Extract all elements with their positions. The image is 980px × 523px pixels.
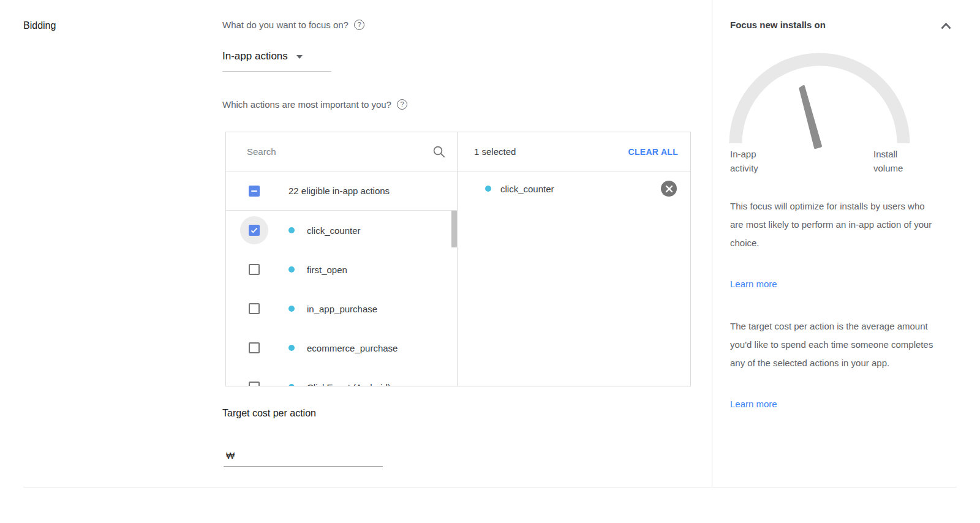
currency-symbol-won: ₩ bbox=[226, 450, 235, 461]
side-panel-title: Focus new installs on bbox=[730, 20, 826, 30]
search-icon bbox=[432, 145, 446, 159]
search-row bbox=[226, 132, 457, 171]
section-bottom-divider bbox=[23, 487, 957, 487]
side-panel-paragraph-2: The target cost per action is the averag… bbox=[730, 317, 936, 372]
focus-question-label: What do you want to focus on? bbox=[222, 20, 349, 30]
list-item[interactable]: in_app_purchase bbox=[226, 289, 457, 328]
list-item-label: first_open bbox=[307, 265, 347, 275]
help-icon[interactable]: ? bbox=[354, 20, 364, 30]
list-item[interactable]: ecommerce_purchase bbox=[226, 328, 457, 367]
action-dot-icon bbox=[288, 227, 295, 233]
checkbox-unchecked[interactable] bbox=[249, 264, 260, 275]
learn-more-link-1[interactable]: Learn more bbox=[730, 279, 777, 289]
list-item-label: in_app_purchase bbox=[307, 304, 377, 314]
chevron-down-icon bbox=[296, 55, 303, 59]
actions-question-label: Which actions are most important to you? bbox=[222, 99, 391, 110]
gauge-arc bbox=[736, 59, 903, 143]
select-all-checkbox-indeterminate[interactable] bbox=[249, 186, 260, 197]
collapse-panel-button[interactable] bbox=[938, 21, 953, 33]
gauge-labels-row: In-app activity Install volume bbox=[730, 147, 909, 175]
chevron-up-icon bbox=[940, 22, 952, 30]
target-cost-label: Target cost per action bbox=[222, 408, 316, 419]
focus-question-row: What do you want to focus on? ? bbox=[222, 20, 364, 30]
selected-item-label: click_counter bbox=[500, 184, 554, 194]
list-item-label: ecommerce_purchase bbox=[307, 343, 398, 353]
section-title-bidding: Bidding bbox=[23, 20, 56, 31]
gauge-right-label: Install volume bbox=[873, 147, 909, 175]
vertical-divider bbox=[712, 0, 712, 487]
focus-gauge bbox=[729, 47, 910, 153]
checkbox-unchecked[interactable] bbox=[249, 342, 260, 353]
gauge-left-label: In-app activity bbox=[730, 147, 773, 175]
actions-question-row: Which actions are most important to you?… bbox=[222, 99, 407, 110]
side-panel-paragraph-1: This focus will optimize for installs by… bbox=[730, 197, 936, 252]
action-dot-icon bbox=[288, 384, 295, 386]
help-icon[interactable]: ? bbox=[397, 99, 407, 110]
action-picker-panel: 22 eligible in-app actions click_counter… bbox=[225, 132, 691, 386]
clear-all-button[interactable]: CLEAR ALL bbox=[628, 147, 678, 157]
checkbox-checked[interactable] bbox=[249, 225, 260, 236]
checkbox-unchecked[interactable] bbox=[249, 303, 260, 314]
gauge-needle bbox=[801, 86, 821, 148]
action-picker-selected-pane: 1 selected CLEAR ALL click_counter bbox=[457, 132, 690, 386]
list-item-clipped[interactable]: ClickEvent (Android) bbox=[226, 367, 457, 386]
selected-list-item: click_counter bbox=[458, 171, 690, 206]
selected-header-row: 1 selected CLEAR ALL bbox=[458, 132, 690, 171]
select-all-label: 22 eligible in-app actions bbox=[288, 186, 390, 196]
list-item[interactable]: first_open bbox=[226, 250, 457, 289]
selected-count-label: 1 selected bbox=[474, 146, 516, 157]
remove-selected-button[interactable] bbox=[661, 181, 677, 197]
target-cost-input[interactable] bbox=[239, 450, 383, 461]
search-input[interactable] bbox=[247, 146, 432, 157]
select-all-row[interactable]: 22 eligible in-app actions bbox=[226, 171, 457, 211]
close-icon bbox=[665, 185, 673, 193]
check-icon bbox=[250, 226, 258, 235]
action-dot-icon bbox=[485, 186, 491, 192]
action-picker-available-pane: 22 eligible in-app actions click_counter… bbox=[226, 132, 457, 386]
focus-dropdown-value: In-app actions bbox=[222, 50, 288, 62]
list-item-label: ClickEvent (Android) bbox=[307, 382, 391, 387]
list-item[interactable]: click_counter bbox=[226, 211, 457, 250]
list-item-label: click_counter bbox=[307, 225, 361, 236]
focus-dropdown[interactable]: In-app actions bbox=[222, 50, 331, 72]
scrollbar-thumb[interactable] bbox=[451, 211, 457, 247]
action-dot-icon bbox=[288, 306, 295, 312]
target-cost-field[interactable]: ₩ bbox=[224, 435, 383, 467]
action-dot-icon bbox=[288, 266, 295, 273]
checkbox-unchecked[interactable] bbox=[249, 382, 260, 386]
learn-more-link-2[interactable]: Learn more bbox=[730, 399, 777, 409]
action-dot-icon bbox=[288, 345, 295, 351]
